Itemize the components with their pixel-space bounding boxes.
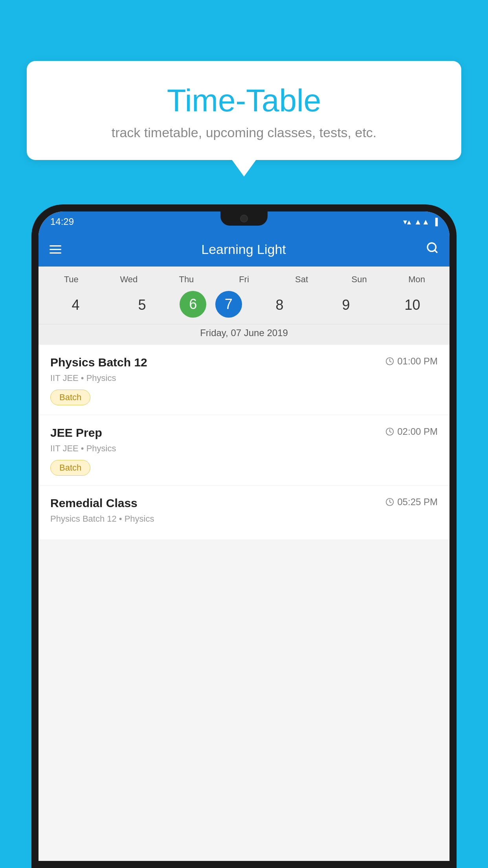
schedule-time-3: 05:25 PM: [385, 497, 438, 508]
batch-badge-2: Batch: [50, 460, 90, 476]
schedule-item-header-2: JEE Prep 02:00 PM: [50, 426, 438, 440]
schedule-title-2: JEE Prep: [50, 426, 102, 440]
wifi-icon: ▾▴: [403, 217, 411, 226]
signal-icon: ▲▲: [414, 217, 430, 226]
batch-badge-1: Batch: [50, 390, 90, 405]
search-button[interactable]: [426, 241, 438, 257]
battery-icon: ▐: [433, 218, 438, 226]
app-header: Learning Light: [39, 232, 449, 267]
schedule-item-2[interactable]: JEE Prep 02:00 PM IIT JEE • Physics Batc…: [39, 415, 449, 485]
date-7-selected[interactable]: 7: [215, 291, 242, 318]
selected-date-label: Friday, 07 June 2019: [39, 324, 449, 345]
schedule-item-header-1: Physics Batch 12 01:00 PM: [50, 356, 438, 369]
svg-line-1: [435, 250, 437, 252]
day-sat: Sat: [273, 274, 330, 285]
day-sun: Sun: [330, 274, 388, 285]
date-9[interactable]: 9: [317, 291, 375, 319]
schedule-item-1[interactable]: Physics Batch 12 01:00 PM IIT JEE • Phys…: [39, 345, 449, 415]
phone-inner: 14:29 ▾▴ ▲▲ ▐ Learning Light: [39, 211, 449, 861]
day-numbers: 4 5 6 7 8 9 10: [39, 288, 449, 324]
speech-bubble-container: Time-Table track timetable, upcoming cla…: [27, 61, 461, 160]
day-fri: Fri: [215, 274, 273, 285]
day-headers: Tue Wed Thu Fri Sat Sun Mon: [39, 271, 449, 288]
status-icons: ▾▴ ▲▲ ▐: [403, 217, 438, 226]
hamburger-line-3: [50, 252, 61, 254]
day-thu: Thu: [158, 274, 215, 285]
date-5[interactable]: 5: [113, 291, 171, 319]
date-8[interactable]: 8: [251, 291, 308, 319]
hamburger-menu[interactable]: [50, 245, 61, 254]
date-6-today[interactable]: 6: [180, 291, 206, 318]
status-time: 14:29: [50, 216, 74, 227]
schedule-title-3: Remedial Class: [50, 497, 138, 510]
schedule-subtitle-3: Physics Batch 12 • Physics: [50, 514, 438, 524]
date-4[interactable]: 4: [47, 291, 105, 319]
speech-bubble: Time-Table track timetable, upcoming cla…: [27, 61, 461, 160]
date-10[interactable]: 10: [383, 291, 441, 319]
schedule-subtitle-2: IIT JEE • Physics: [50, 443, 438, 454]
day-tue: Tue: [42, 274, 100, 285]
schedule-item-header-3: Remedial Class 05:25 PM: [50, 497, 438, 510]
bubble-title: Time-Table: [50, 83, 438, 119]
schedule-subtitle-1: IIT JEE • Physics: [50, 373, 438, 383]
bubble-subtitle: track timetable, upcoming classes, tests…: [50, 125, 438, 140]
app-title: Learning Light: [61, 242, 426, 257]
day-mon: Mon: [388, 274, 446, 285]
calendar-section: Tue Wed Thu Fri Sat Sun Mon 4 5 6 7 8 9 …: [39, 267, 449, 345]
schedule-item-3[interactable]: Remedial Class 05:25 PM Physics Batch 12…: [39, 485, 449, 540]
hamburger-line-1: [50, 245, 61, 246]
schedule-title-1: Physics Batch 12: [50, 356, 147, 369]
schedule-list: Physics Batch 12 01:00 PM IIT JEE • Phys…: [39, 345, 449, 540]
phone-frame: 14:29 ▾▴ ▲▲ ▐ Learning Light: [31, 204, 457, 868]
schedule-time-2: 02:00 PM: [385, 426, 438, 437]
day-wed: Wed: [100, 274, 158, 285]
camera: [240, 215, 248, 223]
hamburger-line-2: [50, 249, 61, 250]
phone-notch: [220, 211, 268, 226]
schedule-time-1: 01:00 PM: [385, 356, 438, 367]
